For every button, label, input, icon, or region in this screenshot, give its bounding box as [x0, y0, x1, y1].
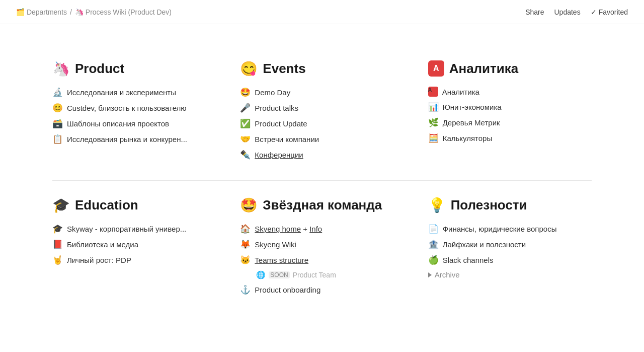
share-button[interactable]: Share: [525, 8, 544, 16]
section-education-title: 🎓 Education: [52, 197, 216, 214]
breadcrumb-separator: /: [70, 8, 72, 16]
product-emoji: 🦄: [52, 60, 70, 77]
item-text[interactable]: Библиотека и медиа: [67, 240, 138, 249]
list-item: 🏠 Skyeng home + Info: [240, 224, 404, 234]
item-emoji: 📊: [428, 102, 439, 112]
item-emoji: 📄: [428, 224, 439, 234]
section-useful: 💡 Полезности 📄 Финансы, юридические вопр…: [416, 181, 604, 315]
item-text[interactable]: Юнит-экономика: [443, 103, 502, 111]
item-emoji: 🔬: [52, 87, 63, 98]
list-item: 📊 Юнит-экономика: [428, 102, 592, 112]
item-text[interactable]: Demo Day: [255, 88, 290, 97]
item-text[interactable]: Product talks: [255, 104, 298, 112]
useful-title-text: Полезности: [451, 197, 527, 213]
favorited-button[interactable]: ✓ Favorited: [591, 8, 628, 16]
section-analytics: A Аналитика A Аналитика 📊 Юнит-экономика…: [416, 44, 604, 180]
section-star-team: 🤩 Звёздная команда 🏠 Skyeng home + Info …: [228, 181, 416, 315]
item-text[interactable]: Slack channels: [443, 256, 494, 264]
teams-structure-link[interactable]: Teams structure: [255, 256, 308, 264]
analytics-icon: A: [428, 60, 444, 77]
item-emoji: 🤩: [240, 87, 251, 98]
list-item: 📄 Финансы, юридические вопросы: [428, 224, 592, 234]
events-emoji: 😋: [240, 60, 258, 77]
item-text[interactable]: Product Update: [255, 119, 307, 128]
star-team-emoji: 🤩: [240, 197, 258, 214]
main-content: 🦄 Product 🔬 Исследования и эксперименты …: [0, 24, 644, 335]
soon-badge: SOON: [269, 271, 289, 278]
item-emoji: ✒️: [240, 150, 251, 160]
breadcrumb: 🗂️ Departments / 🦄 Process Wiki (Product…: [16, 8, 172, 16]
item-emoji: ✅: [240, 118, 251, 129]
education-items: 🎓 Skyway - корпоративный универ... 📕 Биб…: [52, 224, 216, 265]
section-education: 🎓 Education 🎓 Skyway - корпоративный уни…: [40, 181, 228, 315]
updates-button[interactable]: Updates: [554, 8, 580, 16]
list-item: ✅ Product Update: [240, 118, 404, 129]
item-emoji: ⚓: [240, 285, 251, 295]
item-content: Skyeng home + Info: [255, 225, 322, 233]
item-text[interactable]: Skyway - корпоративный универ...: [67, 225, 186, 233]
list-item-sub: 🌐 SOON Product Team: [240, 270, 404, 279]
list-item: 📕 Библиотека и медиа: [52, 239, 216, 250]
item-emoji: 🤝: [240, 134, 251, 145]
item-emoji: 🍏: [428, 255, 439, 265]
analytics-items: A Аналитика 📊 Юнит-экономика 🌿 Деревья М…: [428, 87, 592, 144]
product-team-text: Product Team: [293, 271, 336, 279]
list-item: 🦊 Skyeng Wiki: [240, 239, 404, 250]
item-link[interactable]: Конференции: [255, 151, 303, 159]
list-item: 🤝 Встречи компании: [240, 134, 404, 145]
item-text[interactable]: Product onboarding: [255, 286, 320, 294]
sections-grid: 🦄 Product 🔬 Исследования и эксперименты …: [40, 44, 604, 315]
item-text[interactable]: Деревья Метрик: [443, 118, 500, 127]
list-item: 🏦 Лайфхаки и полезности: [428, 239, 592, 250]
breadcrumb-wiki[interactable]: 🦄 Process Wiki (Product Dev): [75, 8, 172, 16]
list-item: 🎓 Skyway - корпоративный универ...: [52, 224, 216, 234]
list-item: 📋 Исследования рынка и конкурен...: [52, 134, 216, 145]
list-item: 🤩 Demo Day: [240, 87, 404, 98]
item-text[interactable]: Аналитика: [442, 88, 479, 96]
product-title-text: Product: [75, 61, 124, 77]
item-emoji: 🗃️: [52, 118, 63, 129]
section-product-title: 🦄 Product: [52, 60, 216, 77]
item-text[interactable]: Шаблоны описания проектов: [67, 119, 169, 128]
events-items: 🤩 Demo Day 🎤 Product talks ✅ Product Upd…: [240, 87, 404, 160]
education-emoji: 🎓: [52, 197, 70, 214]
useful-emoji: 💡: [428, 197, 446, 214]
section-events: 😋 Events 🤩 Demo Day 🎤 Product talks ✅ Pr…: [228, 44, 416, 180]
item-text[interactable]: Исследования и эксперименты: [67, 88, 176, 97]
item-text[interactable]: Личный рост: PDP: [67, 256, 131, 264]
item-emoji: 🌐: [256, 270, 266, 279]
archive-item[interactable]: Archive: [428, 270, 592, 279]
item-emoji: 🧮: [428, 133, 439, 144]
list-item: 🌿 Деревья Метрик: [428, 117, 592, 128]
item-text[interactable]: Калькуляторы: [443, 134, 493, 143]
skyeng-home-link[interactable]: Skyeng home: [255, 225, 301, 233]
item-text[interactable]: Встречи компании: [255, 135, 319, 144]
list-item: 🗃️ Шаблоны описания проектов: [52, 118, 216, 129]
item-text[interactable]: Лайфхаки и полезности: [443, 240, 526, 249]
list-item: ✒️ Конференции: [240, 150, 404, 160]
list-item: A Аналитика: [428, 87, 592, 97]
header: 🗂️ Departments / 🦄 Process Wiki (Product…: [0, 0, 644, 24]
section-star-team-title: 🤩 Звёздная команда: [240, 197, 404, 214]
check-icon: ✓: [591, 8, 597, 16]
item-emoji: 🎤: [240, 103, 251, 113]
item-text[interactable]: Финансы, юридические вопросы: [443, 225, 557, 233]
section-analytics-title: A Аналитика: [428, 60, 592, 77]
education-title-text: Education: [75, 197, 138, 213]
list-item: 🍏 Slack channels: [428, 255, 592, 265]
info-link[interactable]: Info: [309, 225, 322, 233]
list-item: 😊 Custdev, близость к пользователю: [52, 103, 216, 113]
item-text[interactable]: Исследования рынка и конкурен...: [67, 135, 187, 144]
breadcrumb-departments[interactable]: 🗂️ Departments: [16, 8, 67, 16]
analytics-title-text: Аналитика: [449, 61, 519, 77]
list-item: ⚓ Product onboarding: [240, 285, 404, 295]
list-item: 🔬 Исследования и эксперименты: [52, 87, 216, 98]
item-emoji: 🐱: [240, 255, 251, 265]
archive-text: Archive: [435, 270, 460, 279]
favorited-label: Favorited: [599, 8, 628, 16]
item-text[interactable]: Custdev, близость к пользователю: [67, 104, 187, 112]
skyeng-wiki-link[interactable]: Skyeng Wiki: [255, 240, 296, 249]
events-title-text: Events: [263, 61, 305, 77]
triangle-icon: [428, 272, 432, 277]
list-item: 🐱 Teams structure: [240, 255, 404, 265]
